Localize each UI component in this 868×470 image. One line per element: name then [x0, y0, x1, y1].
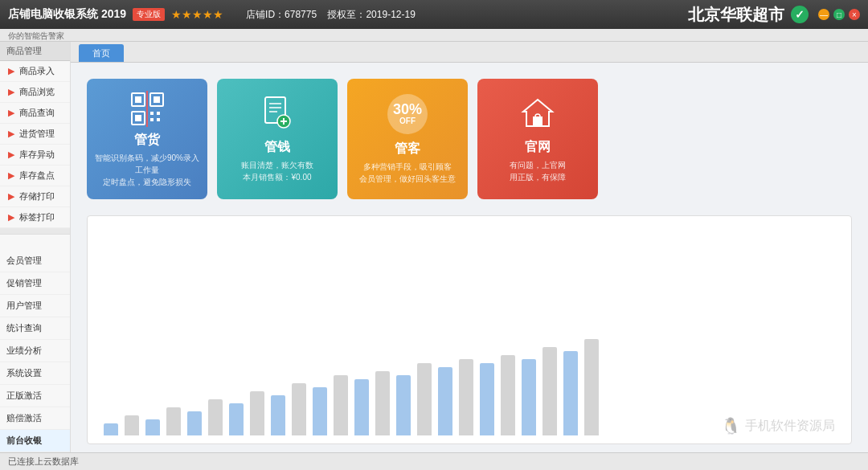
sidebar-item-label: 库存异动 [19, 149, 55, 161]
card-official-website[interactable]: 官网 有问题，上官网 用正版，有保障 [477, 79, 598, 199]
app-title: 店铺电脑收银系统 2019 [8, 7, 126, 22]
chart-bar [104, 423, 118, 435]
card-website-desc1: 有问题，上官网 [510, 159, 566, 171]
sidebar-item-cashier[interactable]: 前台收银 [0, 430, 70, 452]
watermark: 🐧 手机软件资源局 [721, 416, 835, 435]
chart-bar [354, 379, 369, 435]
chart-bar [250, 391, 264, 435]
arrow-icon: ▶ [6, 108, 16, 118]
house-icon [520, 96, 556, 139]
window-controls: — □ × [818, 9, 860, 20]
sidebar-divider [0, 228, 70, 235]
card-manage-money[interactable]: 管钱 账目清楚，账欠有数 本月销售额：¥0.00 [217, 79, 338, 199]
chart-bar [459, 359, 473, 435]
minimize-button[interactable]: — [818, 9, 829, 20]
card-manage-goods[interactable]: 管货 智能识别条码，减少90%录入工作量 定时盘点，避免隐形损失 [87, 79, 207, 199]
discount-off: OFF [399, 116, 416, 125]
chart-bar [334, 375, 348, 435]
sidebar-section-title: 商品管理 [0, 42, 70, 61]
chart-bar [187, 411, 202, 435]
sidebar-item-label: 商品浏览 [19, 86, 55, 98]
chart-bar [208, 399, 223, 435]
tab-bar: 首页 [71, 42, 868, 63]
chart-bar [166, 407, 181, 435]
sidebar-item-compensate[interactable]: 赔偿激活 [0, 407, 70, 430]
sidebar-item-activate[interactable]: 正版激活 [0, 385, 70, 407]
sidebar-item-product-query[interactable]: ▶ 商品查询 [0, 103, 70, 124]
chart-bar [125, 415, 139, 435]
card-customer-title: 管客 [395, 141, 420, 157]
maximize-button[interactable]: □ [833, 9, 845, 20]
sidebar-item-performance[interactable]: 业绩分析 [0, 340, 70, 362]
chart-bar [271, 395, 285, 435]
chart-bar [375, 371, 390, 435]
sidebar-item-label-print[interactable]: ▶ 标签打印 [0, 207, 70, 228]
sidebar-item-inventory-move[interactable]: ▶ 库存异动 [0, 145, 70, 166]
content-area: 首页 [71, 42, 868, 452]
doc-icon [261, 96, 293, 139]
close-button[interactable]: × [849, 9, 860, 20]
status-icon: ✓ [791, 6, 809, 23]
sidebar-item-label: 存储打印 [19, 190, 55, 202]
license-label: 授权至： [327, 9, 366, 20]
sidebar-item-settings[interactable]: 系统设置 [0, 362, 70, 385]
chart-bar [522, 359, 536, 435]
store-id: 678775 [285, 9, 317, 20]
card-website-desc2: 用正版，有保障 [510, 171, 566, 183]
sidebar-item-label: 商品录入 [19, 65, 55, 77]
card-goods-title: 管货 [134, 132, 160, 149]
titlebar-left: 店铺电脑收银系统 2019 专业版 ★★★★★ 店铺ID：678775 授权至：… [8, 7, 416, 22]
svg-rect-9 [157, 118, 160, 121]
chart-bar [292, 383, 306, 435]
arrow-icon: ▶ [6, 170, 16, 181]
chart-bar [145, 419, 160, 435]
tab-home[interactable]: 首页 [79, 44, 124, 62]
discount-number: 30% [393, 102, 422, 116]
cards-area: 管货 智能识别条码，减少90%录入工作量 定时盘点，避免隐形损失 [71, 63, 868, 215]
sidebar-item-product-browse[interactable]: ▶ 商品浏览 [0, 82, 70, 103]
sidebar-item-inventory-check[interactable]: ▶ 库存盘点 [0, 166, 70, 186]
arrow-icon: ▶ [6, 191, 16, 202]
sidebar-item-product-entry[interactable]: ▶ 商品录入 [0, 61, 70, 82]
chart-bar [417, 363, 432, 435]
card-manage-customer[interactable]: 30% OFF 管客 多种营销手段，吸引顾客 会员管理，做好回头客生意 [347, 79, 468, 199]
titlebar: 店铺电脑收银系统 2019 专业版 ★★★★★ 店铺ID：678775 授权至：… [0, 0, 868, 29]
svg-rect-7 [157, 112, 160, 115]
sidebar-item-stats[interactable]: 统计查询 [0, 317, 70, 340]
sidebar: 商品管理 ▶ 商品录入 ▶ 商品浏览 ▶ 商品查询 ▶ 进货管理 ▶ 库存异动 … [0, 42, 71, 452]
chart-area: 🐧 手机软件资源局 [87, 215, 852, 444]
chart-bar [229, 403, 244, 435]
sidebar-item-user[interactable]: 用户管理 [0, 295, 70, 317]
svg-rect-19 [533, 116, 542, 126]
sidebar-item-label: 商品查询 [19, 107, 55, 119]
svg-rect-5 [135, 115, 141, 121]
brand-name: 北京华联超市 ✓ [688, 4, 809, 26]
chart-inner [88, 216, 851, 443]
rating-stars: ★★★★★ [171, 8, 223, 21]
card-website-title: 官网 [525, 139, 551, 156]
status-text: 已连接上云数据库 [8, 456, 79, 468]
sidebar-item-promotion[interactable]: 促销管理 [0, 272, 70, 295]
svg-rect-6 [150, 112, 154, 115]
statusbar: 已连接上云数据库 [0, 452, 868, 470]
chart-bar [396, 375, 411, 435]
main-layout: 商品管理 ▶ 商品录入 ▶ 商品浏览 ▶ 商品查询 ▶ 进货管理 ▶ 库存异动 … [0, 42, 868, 452]
chart-bar [313, 387, 327, 435]
chart-bar [438, 367, 452, 435]
arrow-icon: ▶ [6, 66, 16, 76]
chart-bar [542, 347, 557, 435]
sidebar-item-label: 进货管理 [19, 128, 55, 140]
svg-rect-8 [150, 118, 154, 121]
svg-rect-3 [154, 96, 160, 103]
license-date: 2019-12-19 [366, 9, 415, 20]
card-money-desc1: 账目清楚，账欠有数 [241, 159, 313, 171]
arrow-icon: ▶ [6, 129, 16, 139]
store-info: 店铺ID：678775 授权至：2019-12-19 [246, 8, 416, 22]
sidebar-item-order-print[interactable]: ▶ 存储打印 [0, 186, 70, 207]
arrow-icon: ▶ [6, 87, 16, 97]
app-edition: 专业版 [133, 8, 165, 21]
sidebar-item-member[interactable]: 会员管理 [0, 250, 70, 272]
store-id-label: 店铺ID： [246, 9, 285, 20]
sidebar-item-purchase[interactable]: ▶ 进货管理 [0, 124, 70, 145]
subheader: 你的智能告警家 [0, 29, 868, 42]
